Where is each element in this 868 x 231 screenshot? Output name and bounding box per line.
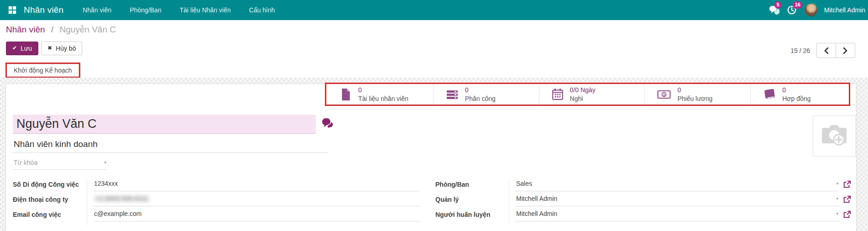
employee-name-input[interactable]: Nguyễn Văn C xyxy=(13,115,316,134)
discard-button[interactable]: ✖ Hủy bỏ xyxy=(41,42,82,55)
pager-value: 15 / 26 xyxy=(790,47,810,54)
stat-text: 0/0 Ngày Nghỉ xyxy=(570,86,596,102)
stat-text: 0 Phân công xyxy=(465,86,496,102)
stat-label: Hợp đồng xyxy=(782,94,810,103)
stat-value: 0 xyxy=(465,86,496,94)
book-icon xyxy=(763,89,776,100)
chevron-down-icon: ▾ xyxy=(836,182,838,186)
stat-button-payslips[interactable]: 1 0 Phiếu lương xyxy=(644,84,750,105)
internal-link-icon[interactable] xyxy=(843,180,851,189)
work-email-value: c@example.com xyxy=(94,210,141,217)
stat-label: Nghỉ xyxy=(570,94,596,103)
control-panel: Nhân viên / Nguyễn Văn C ✔ Lưu ✖ Hủy bỏ … xyxy=(0,20,868,78)
calendar-icon xyxy=(552,88,564,100)
manager-select[interactable]: Mitchell Admin ▾ xyxy=(515,195,839,206)
form-buttons: ✔ Lưu ✖ Hủy bỏ xyxy=(6,42,82,55)
department-select[interactable]: Sales ▾ xyxy=(515,180,839,191)
field-label-work-phone: Điện thoại công ty xyxy=(13,196,68,203)
chevron-left-icon xyxy=(824,47,829,54)
department-value: Sales xyxy=(516,180,532,187)
camera-plus-icon xyxy=(820,123,848,149)
work-email-input[interactable]: c@example.com xyxy=(93,210,420,221)
menu-item-configuration[interactable]: Cấu hình xyxy=(249,6,275,14)
work-phone-input[interactable]: +1 (650) 555-0111 xyxy=(93,195,420,206)
stat-text: 0 Hợp đồng xyxy=(782,86,810,102)
tags-placeholder: Từ khóa xyxy=(14,159,37,166)
messages-badge: 5 xyxy=(774,1,782,9)
user-menu[interactable]: Mitchell Admin xyxy=(824,6,865,14)
check-icon: ✔ xyxy=(12,45,17,52)
field-label-work-email: Email công việc xyxy=(13,211,61,218)
field-separator-right xyxy=(509,178,509,225)
stat-value: 0 xyxy=(782,86,810,94)
job-title-input[interactable]: Nhân viên kinh doanh xyxy=(13,138,328,153)
breadcrumb-parent-link[interactable]: Nhân viên xyxy=(6,25,45,34)
pager-next-button[interactable] xyxy=(836,43,855,58)
work-phone-value-redacted: +1 (650) 555-0111 xyxy=(94,195,150,202)
launch-plan-button[interactable]: Khởi động Kế hoạch xyxy=(7,64,79,77)
employee-photo-upload[interactable] xyxy=(813,116,856,157)
navbar-left: Nhân viên Nhân viên Phòng/Ban Tài liệu N… xyxy=(0,5,275,15)
navbar-right: 5 16 Mitchell Admin xyxy=(769,4,868,16)
top-navbar: Nhân viên Nhân viên Phòng/Ban Tài liệu N… xyxy=(0,0,868,20)
app-title[interactable]: Nhân viên xyxy=(24,5,63,15)
stat-button-contracts[interactable]: 0 Hợp đồng xyxy=(750,84,856,105)
close-icon: ✖ xyxy=(47,45,52,52)
stat-value: 0/0 Ngày xyxy=(570,86,596,94)
employee-form-screen: Nhân viên Nhân viên Phòng/Ban Tài liệu N… xyxy=(0,0,868,231)
chevron-right-icon xyxy=(843,47,848,54)
field-label-work-mobile: Số Di động Công việc xyxy=(13,181,79,188)
chevron-down-icon: ▾ xyxy=(836,197,838,201)
user-avatar[interactable] xyxy=(805,4,818,16)
breadcrumb-separator: / xyxy=(51,25,53,34)
internal-link-icon[interactable] xyxy=(843,195,851,204)
banknote-icon: 1 xyxy=(657,89,671,100)
employee-form-sheet: 0 Tài liệu nhân viên 0 Phân công 0/0 Ngà… xyxy=(5,84,857,231)
chatter-bubbles-icon[interactable] xyxy=(321,117,335,131)
list-stack-icon xyxy=(446,89,459,100)
stat-label: Tài liệu nhân viên xyxy=(358,94,408,103)
breadcrumb: Nhân viên / Nguyễn Văn C xyxy=(6,25,116,35)
messages-icon[interactable]: 5 xyxy=(769,5,780,15)
menu-item-departments[interactable]: Phòng/Ban xyxy=(130,6,161,14)
chevron-down-icon: ▾ xyxy=(836,212,838,216)
manager-value: Mitchell Admin xyxy=(516,195,557,202)
field-label-coach: Người huấn luyện xyxy=(435,211,490,218)
activities-clock-icon[interactable]: 16 xyxy=(787,5,799,15)
stat-text: 0 Phiếu lương xyxy=(677,86,712,102)
stat-button-time-off[interactable]: 0/0 Ngày Nghỉ xyxy=(539,84,645,105)
coach-select[interactable]: Mitchell Admin ▾ xyxy=(515,210,839,221)
stat-button-row: 0 Tài liệu nhân viên 0 Phân công 0/0 Ngà… xyxy=(327,84,856,105)
stat-button-assignments[interactable]: 0 Phân công xyxy=(433,84,539,105)
content-area: 0 Tài liệu nhân viên 0 Phân công 0/0 Ngà… xyxy=(0,78,868,231)
menu-item-employee-documents[interactable]: Tài liệu Nhân viên xyxy=(180,6,231,14)
stat-button-documents[interactable]: 0 Tài liệu nhân viên xyxy=(327,84,433,105)
work-mobile-input[interactable]: 1234xxx xyxy=(93,180,420,191)
annotation-box-launch-plan: Khởi động Kế hoạch xyxy=(5,63,80,78)
stat-text: 0 Tài liệu nhân viên xyxy=(358,86,408,102)
stat-label: Phiếu lương xyxy=(677,94,712,103)
record-pager: 15 / 26 xyxy=(790,43,855,58)
tags-input[interactable]: Từ khóa ▾ xyxy=(13,158,106,170)
menu-item-employees[interactable]: Nhân viên xyxy=(83,6,111,14)
save-button[interactable]: ✔ Lưu xyxy=(6,42,38,55)
work-mobile-value: 1234xxx xyxy=(94,180,118,187)
field-separator-left xyxy=(87,178,87,225)
field-label-manager: Quản lý xyxy=(435,196,459,203)
breadcrumb-current: Nguyễn Văn C xyxy=(59,25,116,34)
pager-buttons xyxy=(816,43,855,58)
navbar-menu: Nhân viên Phòng/Ban Tài liệu Nhân viên C… xyxy=(83,6,275,14)
activities-badge: 16 xyxy=(793,1,803,9)
stat-label: Phân công xyxy=(465,94,496,103)
pager-previous-button[interactable] xyxy=(816,43,836,58)
svg-text:1: 1 xyxy=(663,93,665,97)
stat-value: 0 xyxy=(358,86,408,94)
save-button-label: Lưu xyxy=(21,44,32,52)
internal-link-icon[interactable] xyxy=(843,210,851,219)
discard-button-label: Hủy bỏ xyxy=(56,44,76,52)
document-icon xyxy=(340,88,352,101)
stat-value: 0 xyxy=(677,86,712,94)
apps-grid-icon[interactable] xyxy=(7,5,17,15)
field-label-department: Phòng/Ban xyxy=(435,181,469,188)
chevron-down-icon: ▾ xyxy=(104,161,106,165)
